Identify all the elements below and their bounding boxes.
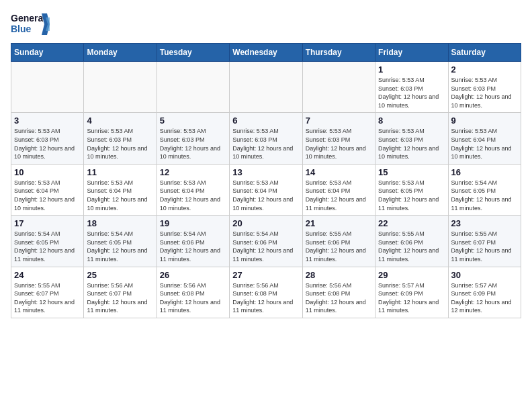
calendar-cell: 21Sunrise: 5:55 AM Sunset: 6:06 PM Dayli…: [302, 216, 375, 267]
day-info: Sunrise: 5:55 AM Sunset: 6:07 PM Dayligh…: [451, 230, 518, 263]
calendar-cell: 30Sunrise: 5:57 AM Sunset: 6:09 PM Dayli…: [448, 267, 521, 318]
day-info: Sunrise: 5:53 AM Sunset: 6:04 PM Dayligh…: [306, 179, 372, 212]
page-header: GeneralBlue: [11, 11, 521, 38]
day-number: 6: [232, 116, 299, 126]
day-number: 2: [451, 64, 518, 75]
calendar-cell: 6Sunrise: 5:53 AM Sunset: 6:03 PM Daylig…: [230, 113, 302, 164]
logo: GeneralBlue: [11, 11, 51, 38]
day-number: 15: [378, 167, 445, 177]
calendar-cell: [230, 62, 302, 113]
day-info: Sunrise: 5:53 AM Sunset: 6:03 PM Dayligh…: [87, 127, 153, 161]
day-number: 5: [160, 116, 226, 126]
weekday-tuesday: Tuesday: [157, 44, 229, 62]
day-info: Sunrise: 5:54 AM Sunset: 6:05 PM Dayligh…: [14, 230, 81, 263]
day-number: 25: [87, 270, 153, 280]
day-info: Sunrise: 5:55 AM Sunset: 6:06 PM Dayligh…: [306, 230, 372, 263]
calendar-cell: 26Sunrise: 5:56 AM Sunset: 6:08 PM Dayli…: [157, 267, 229, 318]
weekday-saturday: Saturday: [448, 44, 521, 62]
day-info: Sunrise: 5:53 AM Sunset: 6:05 PM Dayligh…: [378, 179, 445, 212]
calendar-cell: 27Sunrise: 5:56 AM Sunset: 6:08 PM Dayli…: [230, 267, 302, 318]
day-number: 23: [451, 218, 518, 228]
calendar-cell: 10Sunrise: 5:53 AM Sunset: 6:04 PM Dayli…: [11, 164, 84, 215]
weekday-friday: Friday: [375, 44, 448, 62]
calendar-cell: 29Sunrise: 5:57 AM Sunset: 6:09 PM Dayli…: [375, 267, 448, 318]
calendar-cell: 18Sunrise: 5:54 AM Sunset: 6:05 PM Dayli…: [84, 216, 157, 267]
day-info: Sunrise: 5:53 AM Sunset: 6:04 PM Dayligh…: [14, 179, 81, 212]
weekday-thursday: Thursday: [302, 44, 375, 62]
day-number: 12: [160, 167, 226, 177]
calendar-cell: 20Sunrise: 5:54 AM Sunset: 6:06 PM Dayli…: [230, 216, 302, 267]
day-info: Sunrise: 5:56 AM Sunset: 6:08 PM Dayligh…: [160, 281, 226, 315]
day-info: Sunrise: 5:53 AM Sunset: 6:04 PM Dayligh…: [160, 179, 226, 212]
day-number: 8: [378, 116, 445, 126]
day-info: Sunrise: 5:56 AM Sunset: 6:08 PM Dayligh…: [232, 281, 299, 315]
calendar-cell: 16Sunrise: 5:54 AM Sunset: 6:05 PM Dayli…: [448, 164, 521, 215]
day-number: 24: [14, 270, 81, 280]
weekday-sunday: Sunday: [11, 44, 84, 62]
day-number: 4: [87, 116, 153, 126]
day-number: 30: [451, 270, 518, 280]
calendar-cell: 17Sunrise: 5:54 AM Sunset: 6:05 PM Dayli…: [11, 216, 84, 267]
calendar-cell: 1Sunrise: 5:53 AM Sunset: 6:03 PM Daylig…: [375, 62, 448, 113]
day-number: 16: [451, 167, 518, 177]
day-info: Sunrise: 5:53 AM Sunset: 6:03 PM Dayligh…: [378, 127, 445, 161]
calendar-cell: 9Sunrise: 5:53 AM Sunset: 6:04 PM Daylig…: [448, 113, 521, 164]
day-info: Sunrise: 5:55 AM Sunset: 6:06 PM Dayligh…: [378, 230, 445, 263]
day-number: 17: [14, 218, 81, 228]
weekday-header-row: SundayMondayTuesdayWednesdayThursdayFrid…: [11, 44, 521, 62]
day-number: 21: [306, 218, 372, 228]
day-info: Sunrise: 5:53 AM Sunset: 6:04 PM Dayligh…: [232, 179, 299, 212]
calendar-cell: 24Sunrise: 5:55 AM Sunset: 6:07 PM Dayli…: [11, 267, 84, 318]
calendar-cell: 15Sunrise: 5:53 AM Sunset: 6:05 PM Dayli…: [375, 164, 448, 215]
calendar-week-5: 24Sunrise: 5:55 AM Sunset: 6:07 PM Dayli…: [11, 267, 521, 318]
calendar-cell: 25Sunrise: 5:56 AM Sunset: 6:07 PM Dayli…: [84, 267, 157, 318]
calendar-cell: 19Sunrise: 5:54 AM Sunset: 6:06 PM Dayli…: [157, 216, 229, 267]
logo-svg: GeneralBlue: [11, 11, 51, 38]
day-info: Sunrise: 5:55 AM Sunset: 6:07 PM Dayligh…: [14, 281, 81, 315]
calendar-cell: [11, 62, 84, 113]
calendar-cell: 23Sunrise: 5:55 AM Sunset: 6:07 PM Dayli…: [448, 216, 521, 267]
calendar-cell: 12Sunrise: 5:53 AM Sunset: 6:04 PM Dayli…: [157, 164, 229, 215]
calendar-cell: 13Sunrise: 5:53 AM Sunset: 6:04 PM Dayli…: [230, 164, 302, 215]
day-number: 1: [378, 64, 445, 75]
day-info: Sunrise: 5:54 AM Sunset: 6:06 PM Dayligh…: [160, 230, 226, 263]
day-info: Sunrise: 5:54 AM Sunset: 6:05 PM Dayligh…: [87, 230, 153, 263]
day-info: Sunrise: 5:53 AM Sunset: 6:03 PM Dayligh…: [378, 76, 445, 109]
day-info: Sunrise: 5:53 AM Sunset: 6:04 PM Dayligh…: [451, 127, 518, 161]
day-number: 14: [306, 167, 372, 177]
day-number: 18: [87, 218, 153, 228]
calendar-table: SundayMondayTuesdayWednesdayThursdayFrid…: [11, 43, 521, 318]
svg-text:General: General: [11, 13, 46, 24]
day-info: Sunrise: 5:53 AM Sunset: 6:03 PM Dayligh…: [306, 127, 372, 161]
day-info: Sunrise: 5:53 AM Sunset: 6:03 PM Dayligh…: [232, 127, 299, 161]
day-info: Sunrise: 5:53 AM Sunset: 6:04 PM Dayligh…: [87, 179, 153, 212]
day-number: 10: [14, 167, 81, 177]
calendar-cell: 3Sunrise: 5:53 AM Sunset: 6:03 PM Daylig…: [11, 113, 84, 164]
calendar-cell: [302, 62, 375, 113]
day-number: 11: [87, 167, 153, 177]
calendar-week-4: 17Sunrise: 5:54 AM Sunset: 6:05 PM Dayli…: [11, 216, 521, 267]
day-number: 9: [451, 116, 518, 126]
day-info: Sunrise: 5:56 AM Sunset: 6:08 PM Dayligh…: [306, 281, 372, 315]
calendar-week-2: 3Sunrise: 5:53 AM Sunset: 6:03 PM Daylig…: [11, 113, 521, 164]
calendar-week-3: 10Sunrise: 5:53 AM Sunset: 6:04 PM Dayli…: [11, 164, 521, 215]
day-info: Sunrise: 5:54 AM Sunset: 6:05 PM Dayligh…: [451, 179, 518, 212]
day-info: Sunrise: 5:57 AM Sunset: 6:09 PM Dayligh…: [378, 281, 445, 315]
day-number: 26: [160, 270, 226, 280]
calendar-cell: 14Sunrise: 5:53 AM Sunset: 6:04 PM Dayli…: [302, 164, 375, 215]
calendar-cell: [84, 62, 157, 113]
day-number: 19: [160, 218, 226, 228]
calendar-cell: 5Sunrise: 5:53 AM Sunset: 6:03 PM Daylig…: [157, 113, 229, 164]
calendar-cell: 2Sunrise: 5:53 AM Sunset: 6:03 PM Daylig…: [448, 62, 521, 113]
day-number: 29: [378, 270, 445, 280]
day-number: 20: [232, 218, 299, 228]
day-number: 3: [14, 116, 81, 126]
day-number: 22: [378, 218, 445, 228]
day-info: Sunrise: 5:56 AM Sunset: 6:07 PM Dayligh…: [87, 281, 153, 315]
calendar-cell: 4Sunrise: 5:53 AM Sunset: 6:03 PM Daylig…: [84, 113, 157, 164]
day-number: 27: [232, 270, 299, 280]
day-number: 13: [232, 167, 299, 177]
calendar-cell: 8Sunrise: 5:53 AM Sunset: 6:03 PM Daylig…: [375, 113, 448, 164]
day-info: Sunrise: 5:53 AM Sunset: 6:03 PM Dayligh…: [14, 127, 81, 161]
day-info: Sunrise: 5:53 AM Sunset: 6:03 PM Dayligh…: [451, 76, 518, 109]
